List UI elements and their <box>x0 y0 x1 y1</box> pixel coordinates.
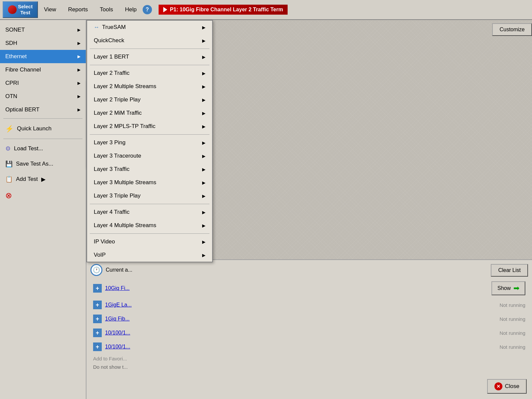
clear-list-button[interactable]: Clear List <box>491 264 528 277</box>
test-name-3[interactable]: 1Giq Fib... <box>105 316 130 322</box>
l2-divider-4 <box>90 204 209 204</box>
layer3multiplestreams-label: Layer 3 Multiple Streams <box>94 179 156 186</box>
menu-bar: Select Test View Reports Tools Help ? P1… <box>0 0 532 20</box>
plus-icon-3: + <box>93 315 102 323</box>
quicklaunch-label: Quick Launch <box>17 125 52 132</box>
close-x-icon: ✕ <box>494 382 502 390</box>
dropdown-layer3tripleplay[interactable]: Layer 3 Triple Play ▶ <box>87 189 212 202</box>
gear-icon: ⚙ <box>5 145 11 152</box>
sidebar-action-savetestas[interactable]: 💾 Save Test As... <box>0 156 86 172</box>
layer1bert-label: Layer 1 BERT <box>94 54 129 60</box>
sdh-arrow: ▶ <box>77 41 80 46</box>
help-icon[interactable]: ? <box>143 5 152 14</box>
test-name-2[interactable]: 1GigE La... <box>105 302 132 308</box>
status-4: Not running <box>499 330 525 336</box>
table-row: + 1Giq Fib... Not running <box>90 313 528 325</box>
sidebar-action-addtest[interactable]: 📋 Add Test ▶ <box>0 172 86 187</box>
sidebar-item-sonet[interactable]: SONET ▶ <box>0 23 86 37</box>
loadtest-label: Load Test... <box>14 145 43 152</box>
dropdown-layer3multiplestreams[interactable]: Layer 3 Multiple Streams ▶ <box>87 176 212 189</box>
dropdown-layer2mimtraffic[interactable]: Layer 2 MiM Traffic ▶ <box>87 106 212 120</box>
show-button[interactable]: Show ➡ <box>491 281 525 295</box>
dropdown-voip[interactable]: VoIP ▶ <box>87 248 212 262</box>
truesam-arrow: ▶ <box>202 25 205 30</box>
show-label: Show <box>497 285 511 291</box>
l2-divider-1 <box>90 49 209 49</box>
customize-button[interactable]: Customize <box>492 23 532 36</box>
sidebar-item-otn[interactable]: OTN ▶ <box>0 90 86 103</box>
current-tests-label: Current a... <box>106 267 132 273</box>
dropdown-layer4multiplestreams[interactable]: Layer 4 Multiple Streams ▶ <box>87 219 212 232</box>
layer3traceroute-arrow: ▶ <box>202 154 205 159</box>
dropdown-layer2tripleplay[interactable]: Layer 2 Triple Play ▶ <box>87 93 212 106</box>
test-name-4[interactable]: 10/100/1... <box>105 330 130 336</box>
status-5: Not running <box>499 344 525 350</box>
l2-divider-3 <box>90 134 209 135</box>
plus-icon-5: + <box>93 342 102 351</box>
cpri-arrow: ▶ <box>77 81 80 85</box>
layer2mimtraffic-arrow: ▶ <box>202 111 205 116</box>
fibrechannel-arrow: ▶ <box>77 67 80 72</box>
sidebar-item-cpri[interactable]: CPRI ▶ <box>0 76 86 90</box>
dropdown-10gige-lan-submenu: ↔ TrueSAM ▶ QuickCheck ▶ Layer 1 BERT ▶ … <box>86 20 213 262</box>
bottom-panel: 🕐 Current a... Clear List + 10Giq Fi... … <box>86 259 532 399</box>
tools-menu[interactable]: Tools <box>94 0 119 19</box>
view-menu[interactable]: View <box>38 0 62 19</box>
layer2tripleplay-label: Layer 2 Triple Play <box>94 96 141 103</box>
plus-icon-2: + <box>93 301 102 309</box>
select-test-icon <box>8 5 17 14</box>
reports-menu[interactable]: Reports <box>62 0 94 19</box>
status-2: Not running <box>499 302 525 308</box>
addtest-arrow: ▶ <box>41 176 46 183</box>
title-bar-triangle <box>163 7 167 12</box>
sidebar-action-close-circle[interactable]: ⊗ <box>0 187 86 204</box>
do-not-show: Do not show t... <box>90 363 528 371</box>
l2-divider-2 <box>90 65 209 65</box>
help-menu[interactable]: Help <box>119 0 143 19</box>
dropdown-layer3traceroute[interactable]: Layer 3 Traceroute ▶ <box>87 149 212 163</box>
truesam-icon: ↔ <box>94 24 99 31</box>
voip-arrow: ▶ <box>202 253 205 258</box>
dropdown-layer3traffic[interactable]: Layer 3 Traffic ▶ <box>87 163 212 176</box>
status-3: Not running <box>499 316 525 322</box>
dropdown-truesam[interactable]: ↔ TrueSAM ▶ <box>87 21 212 34</box>
ethernet-label: Ethernet <box>5 53 27 60</box>
ipvideo-arrow: ▶ <box>202 239 205 244</box>
sidebar-action-quicklaunch[interactable]: ⚡ Quick Launch <box>0 121 86 137</box>
test-list: + 10Giq Fi... Show ➡ + 1GigE La... Not r… <box>90 279 528 363</box>
layer3multiplestreams-arrow: ▶ <box>202 180 205 185</box>
close-label: Close <box>505 383 519 390</box>
save-icon: 💾 <box>5 160 13 168</box>
savetestas-label: Save Test As... <box>16 161 53 167</box>
dropdown-layer2multiplestreams[interactable]: Layer 2 Multiple Streams ▶ <box>87 80 212 93</box>
layer2traffic-arrow: ▶ <box>202 71 205 76</box>
select-test-button[interactable]: Select Test <box>3 1 38 18</box>
opticalbert-label: Optical BERT <box>5 106 40 113</box>
sidebar-action-loadtest[interactable]: ⚙ Load Test... <box>0 141 86 156</box>
dropdown-ipvideo[interactable]: IP Video ▶ <box>87 235 212 248</box>
close-button[interactable]: ✕ Close <box>487 379 527 394</box>
dropdown-quickcheck[interactable]: QuickCheck ▶ <box>87 34 212 47</box>
dropdown-layer2mplstptraffic[interactable]: Layer 2 MPLS-TP Traffic ▶ <box>87 120 212 133</box>
quickcheck-arrow: ▶ <box>202 38 205 43</box>
sidebar-item-fibrechannel[interactable]: Fibre Channel ▶ <box>0 63 86 76</box>
dropdown-layer4traffic[interactable]: Layer 4 Traffic ▶ <box>87 205 212 219</box>
addtest-label: Add Test <box>16 176 38 183</box>
otn-arrow: ▶ <box>77 94 80 99</box>
cpri-label: CPRI <box>5 80 19 86</box>
sidebar-item-opticalbert[interactable]: Optical BERT ▶ <box>0 103 86 116</box>
test-name-1[interactable]: 10Giq Fi... <box>105 285 130 291</box>
ethernet-arrow: ▶ <box>77 54 80 59</box>
dropdown-layer3ping[interactable]: Layer 3 Ping ▶ <box>87 136 212 149</box>
sidebar-item-sdh[interactable]: SDH ▶ <box>0 37 86 50</box>
layer3traffic-arrow: ▶ <box>202 167 205 172</box>
dropdown-layer2traffic[interactable]: Layer 2 Traffic ▶ <box>87 66 212 80</box>
layer2tripleplay-arrow: ▶ <box>202 97 205 102</box>
sidebar-item-ethernet[interactable]: Ethernet ▶ <box>0 50 86 63</box>
close-circle-icon: ⊗ <box>5 191 12 200</box>
add-icon: 📋 <box>5 176 13 183</box>
dropdown-layer1bert[interactable]: Layer 1 BERT ▶ <box>87 50 212 64</box>
layer4multiplestreams-arrow: ▶ <box>202 223 205 228</box>
layer4traffic-arrow: ▶ <box>202 210 205 215</box>
test-name-5[interactable]: 10/100/1... <box>105 344 130 350</box>
